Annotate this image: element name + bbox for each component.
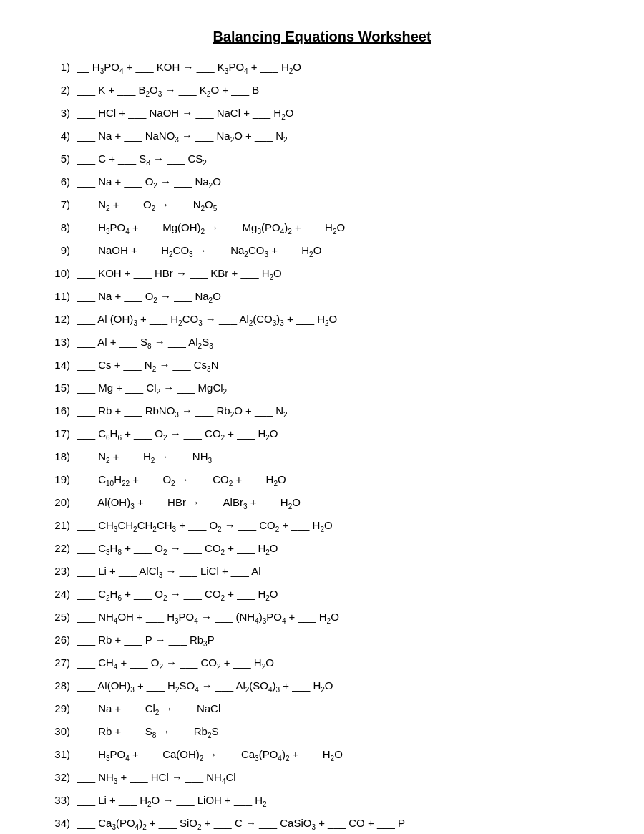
equation-content: ___ C2H6 + ___ O2 → ___ CO2 + ___ H2O: [77, 585, 278, 604]
equation-row: 10)___ KOH + ___ HBr → ___ KBr + ___ H2O: [43, 264, 601, 283]
equation-number: 11): [43, 287, 70, 306]
equation-content: ___ Li + ___ AlCl3 → ___ LiCl + ___ Al: [77, 562, 261, 581]
equation-content: ___ HCl + ___ NaOH → ___ NaCl + ___ H2O: [77, 104, 293, 123]
equation-content: ___ NaOH + ___ H2CO3 → ___ Na2CO3 + ___ …: [77, 241, 321, 261]
equation-number: 32): [43, 768, 70, 787]
equation-number: 28): [43, 677, 70, 695]
equation-number: 13): [43, 333, 70, 351]
equation-number: 29): [43, 699, 70, 718]
equation-row: 30)___ Rb + ___ S8 → ___ Rb2S: [43, 722, 601, 742]
equation-row: 14)___ Cs + ___ N2 → ___ Cs3N: [43, 356, 601, 375]
equation-number: 7): [43, 195, 70, 214]
equation-content: ___ NH4OH + ___ H3PO4 → ___ (NH4)3PO4 + …: [77, 608, 339, 627]
equation-row: 2)___ K + ___ B2O3 → ___ K2O + ___ B: [43, 81, 601, 100]
equation-row: 18)___ N2 + ___ H2 → ___ NH3: [43, 447, 601, 467]
equation-content: ___ KOH + ___ HBr → ___ KBr + ___ H2O: [77, 264, 282, 283]
equation-content: ___ CH4 + ___ O2 → ___ CO2 + ___ H2O: [77, 654, 274, 673]
equation-content: ___ NH3 + ___ HCl → ___ NH4Cl: [77, 768, 236, 787]
equation-row: 4)___ Na + ___ NaNO3 → ___ Na2O + ___ N2: [43, 127, 601, 146]
equation-number: 18): [43, 447, 70, 466]
equation-row: 6)___ Na + ___ O2 → ___ Na2O: [43, 173, 601, 192]
equation-number: 27): [43, 654, 70, 672]
equation-content: ___ C3H8 + ___ O2 → ___ CO2 + ___ H2O: [77, 539, 278, 558]
equation-number: 16): [43, 402, 70, 420]
equation-number: 8): [43, 218, 70, 237]
equation-content: __ H3PO4 + ___ KOH → ___ K3PO4 + ___ H2O: [77, 58, 301, 77]
equation-content: ___ Mg + ___ Cl2 → ___ MgCl2: [77, 379, 227, 398]
equation-row: 5)___ C + ___ S8 → ___ CS2: [43, 150, 601, 169]
equation-content: ___ N2 + ___ O2 → ___ N2O5: [77, 195, 217, 215]
equation-number: 5): [43, 150, 70, 168]
equation-content: ___ Li + ___ H2O → ___ LiOH + ___ H2: [77, 791, 267, 810]
equation-content: ___ Na + ___ O2 → ___ Na2O: [77, 287, 221, 306]
equation-row: 23)___ Li + ___ AlCl3 → ___ LiCl + ___ A…: [43, 562, 601, 581]
equation-number: 3): [43, 104, 70, 122]
equation-row: 31)___ H3PO4 + ___ Ca(OH)2 → ___ Ca3(PO4…: [43, 745, 601, 765]
equation-number: 19): [43, 470, 70, 489]
equation-number: 17): [43, 425, 70, 443]
equations-list: 1)__ H3PO4 + ___ KOH → ___ K3PO4 + ___ H…: [43, 58, 601, 834]
equation-number: 6): [43, 173, 70, 191]
equation-number: 10): [43, 264, 70, 283]
equation-number: 24): [43, 585, 70, 603]
equation-row: 24)___ C2H6 + ___ O2 → ___ CO2 + ___ H2O: [43, 585, 601, 604]
equation-row: 21)___ CH3CH2CH2CH3 + ___ O2 → ___ CO2 +…: [43, 516, 601, 535]
equation-number: 20): [43, 493, 70, 512]
equation-number: 4): [43, 127, 70, 145]
equation-row: 20)___ Al(OH)3 + ___ HBr → ___ AlBr3 + _…: [43, 493, 601, 513]
equation-content: ___ Al (OH)3 + ___ H2CO3 → ___ Al2(CO3)3…: [77, 310, 337, 329]
equation-row: 7)___ N2 + ___ O2 → ___ N2O5: [43, 195, 601, 215]
equation-row: 26)___ Rb + ___ P → ___ Rb3P: [43, 631, 601, 650]
equation-row: 15)___ Mg + ___ Cl2 → ___ MgCl2: [43, 379, 601, 398]
equation-content: ___ Rb + ___ S8 → ___ Rb2S: [77, 722, 219, 742]
equation-row: 8)___ H3PO4 + ___ Mg(OH)2 → ___ Mg3(PO4)…: [43, 218, 601, 238]
equation-row: 1)__ H3PO4 + ___ KOH → ___ K3PO4 + ___ H…: [43, 58, 601, 77]
equation-content: ___ Cs + ___ N2 → ___ Cs3N: [77, 356, 219, 375]
equation-content: ___ Al + ___ S8 → ___ Al2S3: [77, 333, 213, 352]
equation-row: 16)___ Rb + ___ RbNO3 → ___ Rb2O + ___ N…: [43, 402, 601, 421]
equation-content: ___ CH3CH2CH2CH3 + ___ O2 → ___ CO2 + __…: [77, 516, 333, 535]
equation-number: 21): [43, 516, 70, 535]
equation-row: 28)___ Al(OH)3 + ___ H2SO4 → ___ Al2(SO4…: [43, 677, 601, 696]
equation-content: ___ Na + ___ NaNO3 → ___ Na2O + ___ N2: [77, 127, 288, 146]
equation-content: ___ Ca3(PO4)2 + ___ SiO2 + ___ C → ___ C…: [77, 814, 405, 833]
equation-number: 9): [43, 241, 70, 260]
equation-number: 14): [43, 356, 70, 374]
equation-number: 33): [43, 791, 70, 810]
equation-row: 11)___ Na + ___ O2 → ___ Na2O: [43, 287, 601, 306]
equation-content: ___ Al(OH)3 + ___ H2SO4 → ___ Al2(SO4)3 …: [77, 677, 333, 696]
equation-content: ___ N2 + ___ H2 → ___ NH3: [77, 447, 212, 467]
page-title: Balancing Equations Worksheet: [43, 29, 601, 45]
equation-content: ___ K + ___ B2O3 → ___ K2O + ___ B: [77, 81, 259, 100]
equation-number: 34): [43, 814, 70, 833]
equation-number: 31): [43, 745, 70, 764]
equation-content: ___ C10H22 + ___ O2 → ___ CO2 + ___ H2O: [77, 470, 286, 490]
equation-content: ___ C + ___ S8 → ___ CS2: [77, 150, 207, 169]
equation-content: ___ Rb + ___ P → ___ Rb3P: [77, 631, 215, 650]
equation-row: 13)___ Al + ___ S8 → ___ Al2S3: [43, 333, 601, 352]
equation-row: 19)___ C10H22 + ___ O2 → ___ CO2 + ___ H…: [43, 470, 601, 490]
equation-number: 30): [43, 722, 70, 741]
equation-row: 29)___ Na + ___ Cl2 → ___ NaCl: [43, 699, 601, 719]
equation-number: 15): [43, 379, 70, 397]
equation-number: 1): [43, 58, 70, 77]
equation-content: ___ H3PO4 + ___ Ca(OH)2 → ___ Ca3(PO4)2 …: [77, 745, 343, 765]
equation-row: 25)___ NH4OH + ___ H3PO4 → ___ (NH4)3PO4…: [43, 608, 601, 627]
equation-number: 2): [43, 81, 70, 100]
equation-row: 3)___ HCl + ___ NaOH → ___ NaCl + ___ H2…: [43, 104, 601, 123]
equation-number: 26): [43, 631, 70, 649]
equation-content: ___ Na + ___ Cl2 → ___ NaCl: [77, 699, 220, 719]
equation-row: 34)___ Ca3(PO4)2 + ___ SiO2 + ___ C → __…: [43, 814, 601, 833]
equation-number: 22): [43, 539, 70, 558]
equation-content: ___ Rb + ___ RbNO3 → ___ Rb2O + ___ N2: [77, 402, 288, 421]
equation-row: 33)___ Li + ___ H2O → ___ LiOH + ___ H2: [43, 791, 601, 810]
equation-content: ___ C6H6 + ___ O2 → ___ CO2 + ___ H2O: [77, 425, 278, 444]
equation-content: ___ H3PO4 + ___ Mg(OH)2 → ___ Mg3(PO4)2 …: [77, 218, 345, 238]
equation-number: 23): [43, 562, 70, 581]
equation-content: ___ Al(OH)3 + ___ HBr → ___ AlBr3 + ___ …: [77, 493, 301, 513]
equation-row: 27)___ CH4 + ___ O2 → ___ CO2 + ___ H2O: [43, 654, 601, 673]
equation-row: 32)___ NH3 + ___ HCl → ___ NH4Cl: [43, 768, 601, 787]
equation-number: 12): [43, 310, 70, 329]
equation-row: 22)___ C3H8 + ___ O2 → ___ CO2 + ___ H2O: [43, 539, 601, 558]
equation-row: 12)___ Al (OH)3 + ___ H2CO3 → ___ Al2(CO…: [43, 310, 601, 329]
